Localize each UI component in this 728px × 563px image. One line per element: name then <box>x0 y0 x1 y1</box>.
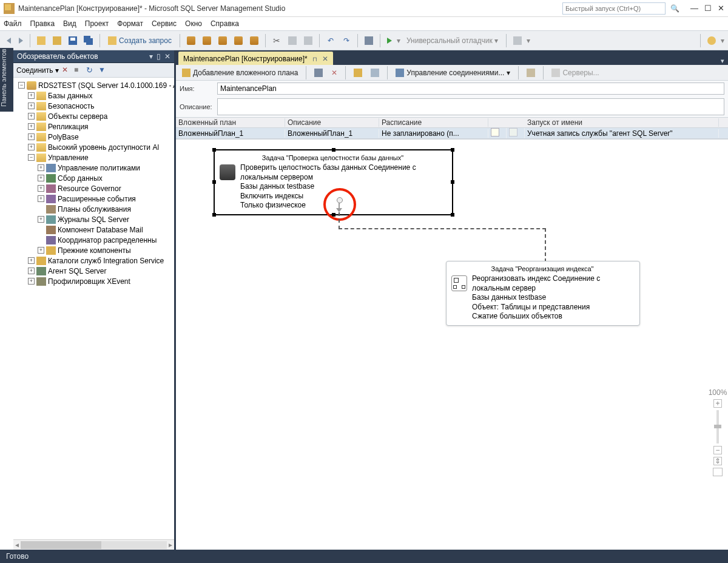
zoom-control[interactable]: 100% + − ⇕ <box>711 388 724 476</box>
menu-window[interactable]: Окно <box>185 19 202 28</box>
tree-replication[interactable]: Репликация <box>48 123 89 131</box>
tree-rg[interactable]: Resource Governor <box>58 184 121 193</box>
save-icon[interactable] <box>66 34 79 47</box>
menu-tools[interactable]: Сервис <box>152 19 177 28</box>
menu-project[interactable]: Проект <box>85 19 109 28</box>
zoom-overview-button[interactable] <box>713 468 723 476</box>
tree-logs[interactable]: Журналы SQL Server <box>58 215 129 224</box>
tree-server-objects[interactable]: Объекты сервера <box>48 112 107 121</box>
cell-noschedule-icon[interactable] <box>507 128 525 138</box>
reporting-icon[interactable] <box>524 69 538 77</box>
db-icon-1[interactable] <box>184 34 198 47</box>
redo-icon[interactable]: ↷ <box>340 34 353 47</box>
tab-close-icon[interactable]: ✕ <box>322 55 328 63</box>
tree-dtc[interactable]: Координатор распределенны <box>58 236 157 244</box>
zoom-in-button[interactable]: + <box>713 399 722 408</box>
undo-icon[interactable]: ↶ <box>324 34 337 47</box>
design-canvas[interactable]: Задача "Проверка целостности базы данных… <box>176 139 728 550</box>
add-subplan-button[interactable]: Добавление вложенного плана <box>180 69 300 77</box>
disconnect-icon[interactable]: ✕ <box>62 66 71 75</box>
col-schedule[interactable]: Расписание <box>379 118 488 127</box>
object-explorer-tree[interactable]: −RDS2TEST (SQL Server 14.0.1000.169 - A … <box>13 78 174 539</box>
menu-file[interactable]: Файл <box>4 19 22 28</box>
subplan-props-icon[interactable] <box>312 69 325 77</box>
tab-pin-icon[interactable]: ⊓ <box>312 56 317 62</box>
toolbox-vertical-tab[interactable]: Панель элементов <box>0 48 13 112</box>
menu-view[interactable]: Вид <box>63 19 76 28</box>
task-reorganize-index[interactable]: Задача "Реорганизация индекса" Реорганиз… <box>446 261 640 326</box>
db-icon-3[interactable] <box>216 34 229 47</box>
zoom-slider[interactable] <box>716 410 719 443</box>
panel-dropdown-icon[interactable]: ▾ <box>149 52 153 61</box>
menu-format[interactable]: Формат <box>117 19 143 28</box>
manage-connections-button[interactable]: Управление соединениями... ▾ <box>393 69 513 77</box>
tree-scrollbar[interactable]: ◂▸ <box>13 539 174 550</box>
tree-polybase[interactable]: PolyBase <box>48 133 79 141</box>
nav-back-icon[interactable] <box>4 34 13 47</box>
tree-high-avail[interactable]: Высокий уровень доступности Al <box>48 143 159 152</box>
menu-edit[interactable]: Правка <box>30 19 55 28</box>
tree-management[interactable]: Управление <box>48 153 89 162</box>
tree-databases[interactable]: Базы данных <box>48 92 92 100</box>
highlight-circle <box>323 188 356 221</box>
open-icon[interactable] <box>50 34 64 47</box>
tree-maintenance-plans[interactable]: Планы обслуживания <box>58 205 131 214</box>
tree-agent[interactable]: Агент SQL Server <box>48 267 107 275</box>
col-runas[interactable]: Запуск от имени <box>525 118 719 127</box>
tree-dbmail[interactable]: Компонент Database Mail <box>58 226 143 234</box>
maximize-button[interactable]: ☐ <box>704 4 712 12</box>
tree-profiler[interactable]: Профилировщик XEvent <box>48 277 130 286</box>
options-icon[interactable] <box>511 34 524 47</box>
app-icon <box>4 3 15 14</box>
tree-xe[interactable]: Расширенные события <box>58 195 136 203</box>
cell-runas: Учетная запись службы "агент SQL Server" <box>525 129 719 138</box>
zoom-fit-button[interactable]: ⇕ <box>713 457 722 465</box>
filter-icon[interactable]: ▼ <box>98 66 107 75</box>
db-icon-2[interactable] <box>200 34 214 47</box>
activity-icon[interactable] <box>705 34 718 47</box>
connect-button[interactable]: Соединить ▾ <box>16 66 59 75</box>
plan-name-input[interactable] <box>217 83 724 95</box>
document-tab-label: MaintenancePlan [Конструирование]* <box>183 55 308 63</box>
copy-icon[interactable] <box>286 34 299 47</box>
schedule-icon-1[interactable] <box>351 69 365 77</box>
zoom-out-button[interactable]: − <box>713 446 722 454</box>
task2-title: Задача "Реорганизация индекса" <box>451 265 633 272</box>
tree-policy[interactable]: Управление политиками <box>58 164 140 172</box>
minimize-button[interactable]: — <box>690 4 698 12</box>
tab-overflow-icon[interactable]: ▾ <box>717 57 728 65</box>
db-icon-4[interactable] <box>232 34 245 47</box>
plan-desc-input[interactable] <box>217 98 724 115</box>
subplan-row[interactable]: ВложенныйПлан_1 ВложенныйПлан_1 Не запла… <box>176 128 728 138</box>
debugger-dropdown[interactable]: Универсальный отладчик ▾ <box>403 36 502 45</box>
col-subplan[interactable]: Вложенный план <box>176 118 285 127</box>
grid-icon[interactable] <box>362 34 376 47</box>
tree-ssisdb[interactable]: Каталоги служб Integration Service <box>48 257 164 265</box>
search-icon[interactable]: 🔍 <box>670 4 679 13</box>
paste-icon[interactable] <box>302 34 315 47</box>
new-project-icon[interactable] <box>35 34 48 47</box>
execute-icon[interactable] <box>385 34 394 47</box>
panel-pin-icon[interactable]: ▯ <box>157 52 161 61</box>
refresh-icon[interactable]: ↻ <box>86 66 95 75</box>
tree-security[interactable]: Безопасность <box>48 102 95 110</box>
db-icon-5[interactable] <box>248 34 261 47</box>
menu-help[interactable]: Справка <box>211 19 239 28</box>
cell-schedule-icon[interactable] <box>488 128 507 138</box>
col-desc[interactable]: Описание <box>285 118 379 127</box>
tree-legacy[interactable]: Прежние компоненты <box>58 246 131 255</box>
quick-launch-input[interactable] <box>562 2 666 15</box>
save-all-icon[interactable] <box>82 34 95 47</box>
close-button[interactable]: ✕ <box>718 4 724 12</box>
nav-forward-icon[interactable] <box>16 34 25 47</box>
tree-root[interactable]: RDS2TEST (SQL Server 14.0.1000.169 - A <box>38 81 174 90</box>
cut-icon[interactable]: ✂ <box>270 34 283 47</box>
object-explorer-title: Обозреватель объектов <box>17 52 98 61</box>
schedule-icon-2[interactable] <box>368 69 382 77</box>
panel-close-icon[interactable]: ✕ <box>164 52 170 61</box>
document-tab[interactable]: MaintenancePlan [Конструирование]* ⊓ ✕ <box>178 52 333 65</box>
new-query-button[interactable]: Создать запрос <box>104 34 175 47</box>
tree-datacoll[interactable]: Сбор данных <box>58 174 103 183</box>
stop-icon[interactable]: ■ <box>74 66 83 75</box>
plan-desc-label: Описание: <box>180 103 214 110</box>
